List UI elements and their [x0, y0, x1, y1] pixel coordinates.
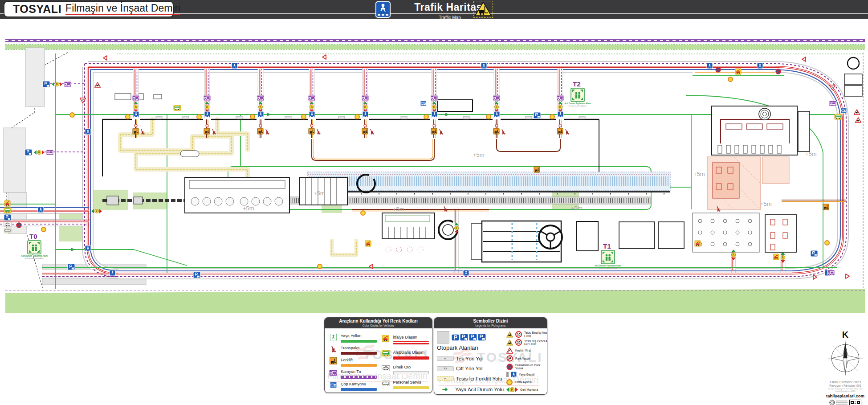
- traffic-mirror-icon: [728, 77, 733, 82]
- legend-row-hiz20: 20 Tesis Dış Genel Araç Hız Limiti: [506, 339, 547, 346]
- priority-arrow-icon: [322, 55, 326, 59]
- svg-text:Emergency Assembly Area: Emergency Assembly Area: [569, 105, 587, 107]
- parking-sign-icon: [534, 112, 541, 119]
- legend-row-ciftyon: ▾▴ Çift Yön Yol: [437, 366, 504, 371]
- svg-text:+5m: +5m: [693, 171, 705, 177]
- traffic-mirror-icon: [825, 241, 829, 245]
- route-color-bar: [393, 341, 429, 344]
- traffic-mirror-icon: [361, 211, 365, 215]
- fire-access-icon: [695, 241, 701, 246]
- svg-text:Emergency Assembly Area: Emergency Assembly Area: [599, 267, 617, 269]
- pedestrian-crossing-icon: [481, 63, 487, 69]
- no-stopping-icon: [716, 67, 721, 72]
- svg-text:+5m: +5m: [760, 200, 772, 207]
- pedestrian-icon: [328, 334, 338, 340]
- forklift-road-icon: ▸: [437, 376, 454, 381]
- assembly-point-t0: T0 Acil Durum Toplanma Alanı Emergency A…: [21, 233, 47, 259]
- legend-row-keskin: Keskin Viraj: [506, 348, 547, 354]
- legend-row-itfaiye: İtfaiye Ulaşım: [380, 333, 429, 344]
- qr-code: [849, 400, 861, 405]
- truck-route-icon: [829, 101, 836, 106]
- certification-seal-icon: [829, 400, 835, 405]
- route-color-bar: [393, 386, 429, 389]
- priority-arrow-icon: [802, 57, 806, 61]
- pedestrian-crossing-icon: [110, 270, 115, 276]
- priority-arrow-icon: [846, 274, 849, 278]
- pedestrian-crossing-icon: [463, 270, 469, 276]
- warning-triangle-icon: [856, 118, 861, 123]
- route-color-bar: [341, 388, 377, 391]
- pedestrian-sign-icon: [375, 1, 391, 18]
- svg-text:Acil Durum Toplanma Alanı: Acil Durum Toplanma Alanı: [564, 102, 591, 105]
- pedestrian-crossing-icon: [85, 129, 91, 135]
- compass-rose-icon: [826, 339, 864, 377]
- car-icon: [4, 222, 11, 227]
- legend-row-duraklama: Duraklama ve Park Yasak: [506, 364, 547, 370]
- assembly-point-t1: T1 Acil Durum Toplanma Alanı Emergency A…: [595, 242, 621, 269]
- no-stopping-icon: [776, 69, 781, 74]
- garbage-truck-icon: [328, 382, 338, 388]
- svg-text:T0: T0: [29, 233, 37, 240]
- legend-row-parkyasak: Park Yasak: [506, 355, 547, 362]
- pedestrian-crossing-icon: [511, 372, 517, 377]
- legend-row-forklift: Forklift: [328, 355, 377, 366]
- ambulance-icon: [380, 350, 391, 356]
- legend-row-servis: Personel Servis: [380, 378, 429, 389]
- legend-row-yayaacil: ➔ Yaya Acil Durum Yolu: [437, 386, 504, 393]
- traffic-mirror-icon: [506, 379, 513, 385]
- parking-sign-icon: [4, 214, 11, 221]
- legend-row-binek: Binek Oto: [380, 363, 429, 374]
- garbage-truck-icon: [841, 108, 847, 113]
- pedestrian-crossing-icon: [757, 63, 763, 69]
- ambulance-access-icon: [174, 105, 181, 110]
- parking-forklift-icon: [460, 334, 468, 341]
- buildings: [102, 57, 862, 262]
- fire-access-icon: [773, 254, 779, 260]
- traffic-mirror-icon: [318, 264, 322, 269]
- iso-badge: [829, 400, 848, 405]
- legend-row-transpalet: Transpalet: [328, 344, 377, 355]
- legend-row-geri: Geri Manevra: [506, 387, 547, 393]
- legend-row-kamyon: Kamyon Tır: [328, 367, 377, 378]
- legend-row-cop: Çöp Kamyonu: [328, 379, 377, 390]
- route-color-bar: [393, 356, 429, 360]
- legend-row-yaya: Yaya Yolları: [328, 331, 377, 343]
- svg-text:+5m: +5m: [805, 151, 817, 157]
- fire-access-icon: [735, 69, 741, 74]
- svg-text:T2: T2: [573, 80, 581, 88]
- route-color-bar: [393, 371, 429, 374]
- legend-row-forkliftyolu: ▸ Tesis İçi Forklift Yolu: [437, 376, 504, 381]
- no-stopping-icon: [506, 364, 513, 370]
- legend-row-hiz10: 10 Tesis Bina İçi Araç Hız Limiti: [506, 331, 547, 338]
- garbage-truck-icon: [420, 101, 426, 106]
- forklift-warning-icon: [534, 167, 540, 172]
- warning-triangle-icon: [95, 82, 101, 87]
- traffic-mirror-icon: [41, 227, 46, 232]
- forklift-warning-icon: [823, 204, 829, 210]
- no-stopping-icon: [16, 223, 21, 228]
- legend-road-colors-header: Araçların Kullandığı Yol Renk Kodları Co…: [325, 318, 432, 328]
- legend-symbols-header: Semboller Dizini Legends for Pictograms: [434, 318, 547, 328]
- website-link[interactable]: tahliyeplanlari.com: [822, 393, 868, 398]
- forklift-icon: [328, 357, 338, 364]
- parking-sign-icon: [811, 250, 818, 257]
- svg-text:Acil Durum Toplanma Alanı: Acil Durum Toplanma Alanı: [595, 265, 621, 267]
- speed-limit-10-icon: 10: [515, 331, 522, 338]
- assembly-point-t2: T2 Acil Durum Toplanma Alanı Emergency A…: [564, 80, 591, 107]
- route-color-bar: [341, 352, 377, 355]
- svg-text:+5m: +5m: [314, 190, 325, 196]
- legend-symbols: Semboller Dizini Legends for Pictograms …: [434, 317, 547, 395]
- parking-sign-icon: [193, 272, 200, 278]
- fire-access-icon: [4, 200, 10, 206]
- truck-route-icon: [827, 270, 835, 275]
- ambulance-access-icon: [4, 208, 11, 213]
- brand-subtitle: Filmaşin ve İnşaat Demiri: [65, 3, 180, 15]
- one-way-road-icon: ▸: [437, 356, 454, 361]
- forklift-warning-sign-icon: [473, 0, 493, 18]
- compass-block: K EKim / October 2023 Revizyon / Revisio…: [822, 330, 868, 405]
- priority-arrow-icon: [103, 56, 107, 60]
- brand-name: TOSYALI: [13, 3, 61, 16]
- fire-truck-icon: [380, 335, 391, 342]
- bus-icon: [4, 228, 11, 233]
- svg-text:20: 20: [517, 341, 521, 344]
